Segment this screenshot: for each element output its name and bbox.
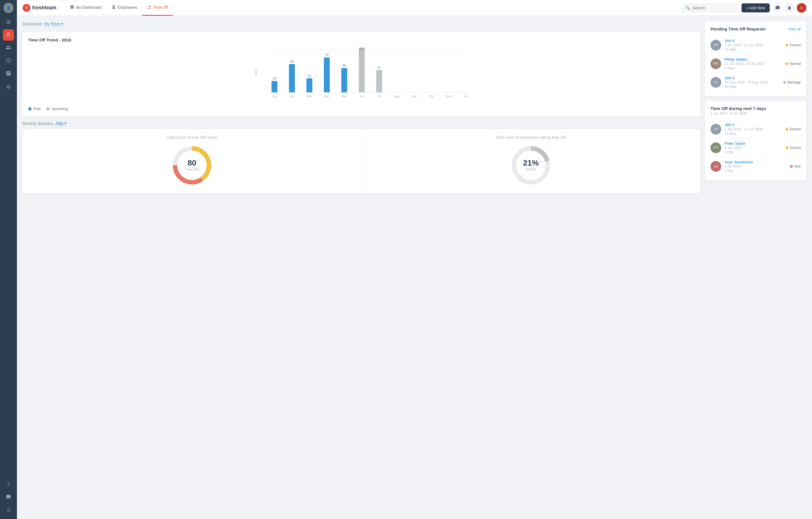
pending-name-2[interactable]: Jith V (725, 76, 780, 80)
sidebar-icon-people[interactable] (3, 42, 14, 54)
next7-name-1[interactable]: Peter Taylor (725, 141, 782, 145)
pending-days-1: 6 days (725, 66, 782, 70)
trend-chart-card: Time Off Trend - 2018 Days (23, 32, 700, 116)
timeoff-nav-icon: 🏖 (147, 5, 151, 9)
monthly-stats-dropdown[interactable]: July ▾ (56, 121, 66, 126)
breadcrumb: Dashboard My Team ▾ (23, 22, 700, 26)
sidebar-icon-chat[interactable] (3, 492, 14, 503)
pending-badge-label-0: Earned (790, 43, 801, 47)
svg-text:Aug: Aug (394, 95, 399, 98)
pending-name-1[interactable]: Philip Valdez (725, 57, 782, 61)
next7-dates-2: 8 Jul, 2018 (725, 164, 787, 168)
bar-may-past (342, 68, 347, 92)
next7-dates-0: 1 Jul, 2018 - 11 Jul, 2018 (725, 127, 782, 131)
help-icon: ? (7, 482, 10, 488)
monthly-stats-header: Monthly Statistics July ▾ (23, 121, 700, 126)
next7-days-2: 1 Day (725, 169, 787, 173)
trend-chart-area: Days 26 64 32 78 (28, 47, 695, 103)
bar-apr-past (324, 58, 330, 92)
nav-timeoff-label: Time Off (153, 5, 168, 9)
next7days-title-group: Time Off during next 7 days 2 Jul, 2018 … (710, 106, 766, 115)
pending-info-1: Philip Valdez 21 Jul, 2018 - 25 Jul, 201… (725, 57, 782, 70)
next7-badge-2: Sick (790, 164, 801, 168)
next7-badge-label-2: Sick (794, 164, 801, 168)
pending-avatar-2: JV (710, 77, 721, 88)
sidebar-icon-settings[interactable]: ⚙ (3, 81, 14, 92)
legend-upcoming: Upcoming (46, 107, 68, 111)
add-new-button[interactable]: + Add New (742, 3, 770, 12)
pending-dates-2: 18 Aug, 2018 - 27 Aug, 2018 (725, 80, 780, 84)
pending-badge-label-1: Earned (790, 62, 801, 66)
pending-requests-header: Pending Time Off Requests View all (710, 27, 801, 31)
user-avatar[interactable]: U (797, 3, 806, 13)
svg-text:51: 51 (378, 66, 381, 69)
pending-request-item-0: JV Jith V 1 Jul, 2018 - 11 Jul, 2018 11 … (710, 36, 801, 54)
svg-text:Sep: Sep (411, 95, 417, 98)
employees-ratio: 42/200 (523, 168, 539, 171)
timeoffs-donut-center: 80 Time Offs (185, 159, 199, 171)
logo-icon: f (23, 4, 30, 12)
pending-badge-1: Earned (785, 62, 801, 66)
timeoffs-sublabel: Time Offs (185, 168, 199, 171)
employees-donut: 21% 42/200 (509, 143, 553, 188)
search-icon: 🔍 (686, 6, 690, 10)
svg-text:105: 105 (359, 47, 364, 50)
bell-icon[interactable] (785, 3, 794, 12)
next7-avatar-1: PT (710, 142, 721, 153)
dashboard-icon (70, 5, 74, 10)
sidebar-icon-home[interactable]: ⊞ (3, 16, 14, 28)
sidebar-icon-grid[interactable]: ⠿ (3, 505, 14, 516)
search-input[interactable] (692, 6, 734, 10)
search-box[interactable]: 🔍 (682, 4, 738, 12)
pending-name-0[interactable]: Jith V (725, 39, 782, 43)
pending-request-item-2: JV Jith V 18 Aug, 2018 - 27 Aug, 2018 10… (710, 73, 801, 91)
legend-past-dot (28, 107, 32, 111)
next7-dates-1: 8 Jul, 2018 (725, 146, 782, 150)
pending-badge-dot-0 (785, 44, 788, 47)
total-timeoffs-box: Total count of time offs taken (23, 129, 362, 193)
svg-text:Apr: Apr (324, 95, 329, 98)
next7-name-0[interactable]: Jith V (725, 123, 782, 127)
content-right: Pending Time Off Requests View all JV Ji… (705, 22, 806, 513)
total-employees-label: Total count of employees taking time off… (495, 135, 567, 140)
topnav-icons: U (773, 3, 806, 13)
next7days-card: Time Off during next 7 days 2 Jul, 2018 … (705, 101, 806, 181)
next7-info-0: Jith V 1 Jul, 2018 - 11 Jul, 2018 11 day… (725, 123, 782, 135)
my-team-dropdown[interactable]: My Team ▾ (44, 22, 63, 26)
pending-dates-1: 21 Jul, 2018 - 25 Jul, 2018 (725, 62, 782, 66)
nav-my-dashboard-label: My Dashboard (76, 5, 102, 9)
monthly-stats-month: July (56, 121, 63, 126)
legend-past-label: Past (33, 107, 40, 111)
next7days-title: Time Off during next 7 days (710, 106, 766, 111)
employees-pct: 21% (523, 159, 539, 167)
total-timeoffs-label: Total count of time offs taken (167, 135, 217, 140)
pending-avatar-0: JV (710, 40, 721, 51)
pending-info-0: Jith V 1 Jul, 2018 - 11 Jul, 2018 11 day… (725, 39, 782, 51)
timeoffs-value: 80 (185, 159, 199, 167)
monthly-dropdown-arrow: ▾ (64, 121, 66, 126)
next7-item-2: AJ Aryn Jacobssen 8 Jul, 2018 1 Day Sick (710, 157, 801, 175)
pending-badge-dot-1 (785, 62, 788, 65)
pending-view-all[interactable]: View all (788, 27, 801, 31)
bar-mar-past (307, 78, 312, 92)
sidebar-user-avatar[interactable]: 👤 (3, 3, 13, 13)
next7-item-0: JV Jith V 1 Jul, 2018 - 11 Jul, 2018 11 … (710, 120, 801, 138)
next7-name-2[interactable]: Aryn Jacobssen (725, 160, 787, 164)
nav-my-dashboard[interactable]: My Dashboard (65, 0, 107, 16)
sidebar-icon-alarm[interactable] (3, 55, 14, 66)
nav-timeoff[interactable]: 🏖 Time Off (142, 0, 173, 16)
employees-nav-icon (112, 5, 116, 10)
nav-employees[interactable]: Employees (107, 0, 142, 16)
sidebar-icon-chart[interactable] (3, 68, 14, 80)
breadcrumb-label: Dashboard (23, 22, 42, 26)
svg-text:Nov: Nov (446, 95, 452, 98)
sidebar-icon-timeoff[interactable]: ⏱ (3, 29, 14, 40)
bar-jul-upcoming (376, 70, 382, 92)
pending-badge-dot-2 (783, 81, 786, 84)
next7-info-1: Peter Taylor 8 Jul, 2018 1 Day (725, 141, 782, 154)
next7-badge-dot-0 (785, 128, 788, 131)
trend-chart-svg: Days 26 64 32 78 (28, 47, 695, 103)
next7-badge-0: Earned (785, 127, 801, 131)
sidebar-icon-help[interactable]: ? (3, 479, 14, 490)
notifications-chat-icon[interactable] (773, 3, 782, 12)
